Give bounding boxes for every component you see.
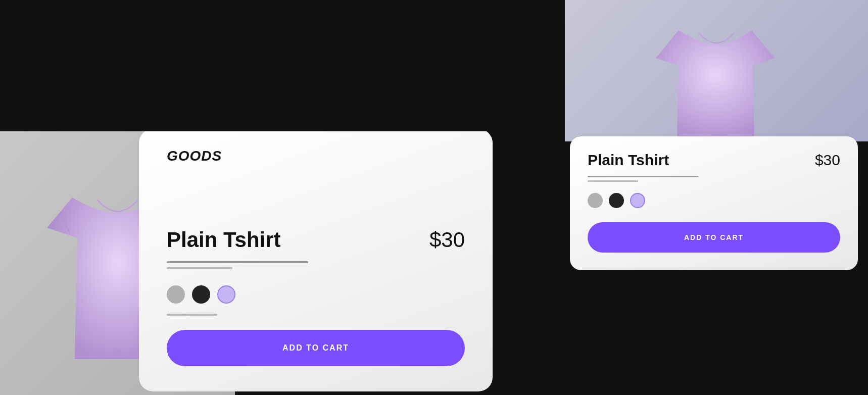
add-to-cart-button[interactable]: ADD TO CART xyxy=(167,330,465,366)
small-product-card: Plain Tshirt $30 ADD TO CART xyxy=(570,136,858,270)
divider-long xyxy=(167,261,308,263)
small-product-info-row: Plain Tshirt $30 xyxy=(588,152,840,169)
divider-short xyxy=(167,267,232,269)
product-name: Plain Tshirt xyxy=(167,228,281,252)
top-bar xyxy=(0,0,565,131)
color-swatch-black[interactable] xyxy=(192,285,210,304)
color-swatch-purple[interactable] xyxy=(217,285,235,304)
small-color-swatch-purple[interactable] xyxy=(630,193,645,208)
color-swatch-gray[interactable] xyxy=(167,285,185,304)
right-section: Plain Tshirt $30 ADD TO CART xyxy=(565,0,868,395)
small-add-to-cart-button[interactable]: ADD TO CART xyxy=(588,222,840,253)
left-section: GOODS Plain Tshirt $30 ADD TO CART xyxy=(0,0,495,395)
divider-short2 xyxy=(167,314,217,316)
divider-group xyxy=(167,261,465,269)
main-product-card: GOODS Plain Tshirt $30 ADD TO CART xyxy=(139,129,493,391)
small-color-swatch-gray[interactable] xyxy=(588,193,603,208)
small-color-swatches xyxy=(588,193,840,208)
color-swatches xyxy=(167,285,465,304)
right-tshirt-image xyxy=(651,25,782,141)
small-product-price: $30 xyxy=(815,152,840,169)
small-divider-short xyxy=(588,180,638,182)
small-divider-group xyxy=(588,176,840,182)
small-product-name: Plain Tshirt xyxy=(588,152,669,169)
brand-label: GOODS xyxy=(167,148,222,164)
product-info-row: Plain Tshirt $30 xyxy=(167,228,465,252)
right-tshirt-background xyxy=(565,0,868,141)
small-divider-long xyxy=(588,176,699,177)
product-price: $30 xyxy=(429,228,465,252)
small-color-swatch-black[interactable] xyxy=(609,193,624,208)
